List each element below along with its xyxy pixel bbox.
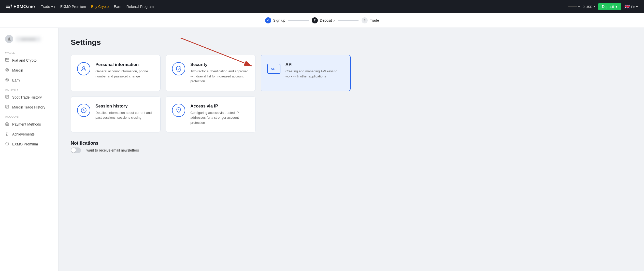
card-security[interactable]: Security Two-factor authentication and a…: [166, 55, 255, 91]
logo[interactable]: ≡// EXMO.me: [6, 4, 35, 10]
nav-links: Trade ▾ EXMO Premium Buy Crypto Earn Ref…: [41, 5, 154, 9]
session-text: Session history Detailed information abo…: [95, 104, 154, 120]
session-title: Session history: [95, 104, 154, 109]
deposit-arrow-icon: ▾: [616, 5, 617, 9]
notifications-label: I want to receive email newsletters: [84, 148, 139, 152]
step-trade-label: Trade: [370, 18, 379, 22]
sidebar-item-fiat-label: Fiat and Crypto: [12, 58, 37, 62]
sidebar-item-margin-history[interactable]: Margin Trade History: [0, 102, 58, 112]
premium-icon: [5, 142, 9, 146]
api-desc: Creating and managing API keys to work w…: [285, 69, 344, 79]
sidebar-item-achievements-label: Achievements: [12, 132, 35, 136]
security-text: Security Two-factor authentication and a…: [190, 62, 249, 84]
session-desc: Detailed information about current and p…: [95, 110, 154, 120]
account-arrow-icon: ▾: [578, 5, 580, 8]
ip-title: Access via IP: [190, 104, 249, 109]
sidebar-item-achievements[interactable]: Achievements: [0, 129, 58, 139]
settings-grid: Personal information General account inf…: [71, 55, 351, 132]
sidebar-item-payment-label: Payment Methods: [12, 122, 41, 126]
api-text: API Creating and managing API keys to wo…: [285, 62, 344, 79]
step-signup-label: Sign up: [273, 18, 285, 22]
card-ip[interactable]: IP Access via IP Configuring access via …: [166, 96, 255, 133]
prog-line-1: [288, 20, 309, 21]
sidebar-item-margin[interactable]: Margin: [0, 65, 58, 75]
language-selector[interactable]: 🇬🇧 En ▾: [624, 4, 638, 9]
achievements-icon: [5, 132, 9, 137]
margin-icon: [5, 68, 9, 73]
nav-premium[interactable]: EXMO Premium: [60, 5, 86, 9]
nav-buy-crypto[interactable]: Buy Crypto: [91, 5, 109, 9]
page-title: Settings: [71, 38, 632, 47]
ip-text: Access via IP Configuring access via tru…: [190, 104, 249, 125]
fiat-crypto-icon: [5, 58, 9, 63]
sidebar: username Wallet Fiat and Crypto Margin E…: [0, 28, 59, 271]
nav-referral[interactable]: Referral Program: [126, 5, 154, 9]
notifications-toggle[interactable]: [71, 147, 81, 153]
balance-display[interactable]: 0 USD ▾: [583, 5, 595, 9]
nav-right: ▾ 0 USD ▾ Deposit ▾ 🇬🇧 En ▾: [568, 3, 638, 10]
card-api[interactable]: API API Creating and managing API keys t…: [261, 55, 351, 91]
sidebar-username: username: [16, 37, 41, 42]
session-icon: [77, 104, 90, 117]
spot-history-icon: [5, 95, 9, 100]
svg-point-16: [6, 142, 9, 145]
main-content: Settings Personal information General ac…: [59, 28, 644, 271]
step-trade: 3 Trade: [362, 17, 379, 23]
svg-point-18: [83, 66, 85, 69]
prog-line-2: [338, 20, 359, 21]
progress-bar: ✓ Sign up 2 Deposit ↗ 3 Trade: [0, 13, 644, 28]
step-deposit-circle: 2: [312, 17, 318, 23]
svg-point-5: [6, 78, 9, 81]
svg-rect-1: [5, 58, 9, 61]
activity-section-label: Activity: [0, 85, 58, 92]
svg-text:IP: IP: [178, 109, 179, 110]
notifications-title: Notifications: [71, 141, 632, 146]
sidebar-item-payment[interactable]: Payment Methods: [0, 119, 58, 129]
card-session[interactable]: Session history Detailed information abo…: [71, 96, 161, 133]
sidebar-item-premium-label: EXMO Premium: [12, 142, 38, 146]
flag-icon: 🇬🇧: [624, 4, 630, 9]
sidebar-item-spot-label: Spot Trade History: [12, 95, 42, 99]
notifications-section: Notifications I want to receive email ne…: [71, 141, 632, 153]
step-signup: ✓ Sign up: [265, 17, 285, 23]
account-section-label: Account: [0, 112, 58, 119]
security-desc: Two-factor authentication and approved w…: [190, 69, 249, 84]
svg-point-0: [8, 37, 10, 39]
main-layout: username Wallet Fiat and Crypto Margin E…: [0, 28, 644, 271]
logo-icon: ≡//: [6, 4, 12, 10]
avatar: [5, 35, 13, 43]
notifications-row: I want to receive email newsletters: [71, 147, 632, 153]
api-icon: API: [267, 64, 280, 74]
api-title: API: [285, 62, 344, 67]
card-personal[interactable]: Personal information General account inf…: [71, 55, 161, 91]
sidebar-item-premium[interactable]: EXMO Premium: [0, 139, 58, 149]
svg-point-15: [6, 132, 8, 134]
personal-text: Personal information General account inf…: [95, 62, 154, 79]
step-deposit-label: Deposit ↗: [320, 18, 335, 22]
earn-icon: [5, 78, 9, 83]
wallet-section-label: Wallet: [0, 48, 58, 55]
ip-icon: IP: [172, 104, 185, 117]
nav-earn[interactable]: Earn: [114, 5, 121, 9]
balance-value: 0 USD: [583, 5, 592, 9]
ip-desc: Configuring access via trusted IP addres…: [190, 110, 249, 125]
step-deposit: 2 Deposit ↗: [312, 17, 335, 23]
security-icon: [172, 62, 185, 75]
sidebar-item-earn[interactable]: Earn: [0, 75, 58, 85]
sidebar-item-spot-history[interactable]: Spot Trade History: [0, 92, 58, 102]
personal-title: Personal information: [95, 62, 154, 67]
deposit-button[interactable]: Deposit ▾: [598, 3, 621, 10]
sidebar-item-fiat-crypto[interactable]: Fiat and Crypto: [0, 55, 58, 65]
balance-arrow-icon: ▾: [594, 5, 595, 8]
step-trade-circle: 3: [362, 17, 368, 23]
nav-trade[interactable]: Trade ▾: [41, 5, 55, 9]
sidebar-item-margin-label: Margin: [12, 68, 23, 72]
top-navigation: ≡// EXMO.me Trade ▾ EXMO Premium Buy Cry…: [0, 0, 644, 13]
payment-icon: [5, 122, 9, 127]
account-selector[interactable]: ▾: [568, 5, 580, 8]
sidebar-user: username: [0, 33, 58, 48]
margin-history-icon: [5, 105, 9, 110]
personal-icon: [77, 62, 90, 75]
sidebar-item-margin-history-label: Margin Trade History: [12, 105, 45, 109]
toggle-knob: [71, 148, 76, 153]
